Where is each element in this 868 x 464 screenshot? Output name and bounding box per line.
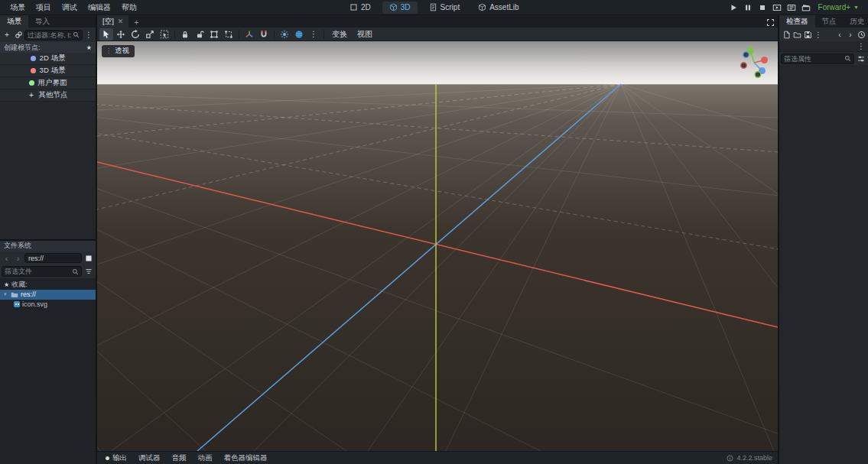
audio-button[interactable]: 音频 — [167, 453, 192, 464]
favorites-row[interactable]: ★ 收藏: — [0, 280, 96, 290]
move-tool-button[interactable] — [114, 28, 128, 41]
snap-toggle[interactable] — [257, 28, 271, 41]
workspace-assetlib-label: AssetLib — [489, 3, 519, 11]
3d-viewport[interactable]: ⋮ 透视 — [97, 41, 778, 451]
edit-history-button[interactable] — [856, 29, 866, 40]
debugger-button[interactable]: 调试器 — [133, 453, 166, 464]
fs-forward-button[interactable]: › — [13, 253, 23, 264]
root-option-label: 其他节点 — [39, 90, 68, 100]
gizmo-x-negative[interactable] — [741, 63, 747, 69]
list-select-tool-button[interactable] — [158, 28, 171, 41]
unlock-button[interactable] — [193, 28, 206, 41]
node3d-icon — [31, 68, 36, 73]
new-scene-tab-button[interactable]: + — [131, 17, 141, 28]
preview-environment-toggle[interactable] — [292, 28, 306, 41]
ungroup-button[interactable] — [222, 28, 236, 41]
distraction-free-button[interactable] — [765, 17, 775, 28]
fs-back-button[interactable]: ‹ — [2, 253, 11, 264]
play-button[interactable] — [727, 2, 740, 14]
chain-link-icon — [15, 31, 23, 39]
history-back-button[interactable]: ‹ — [834, 29, 845, 40]
play-icon — [729, 3, 738, 12]
inspector-filter-input[interactable] — [784, 55, 843, 63]
create-root-user-interface[interactable]: 用户界面 — [0, 77, 96, 89]
shader-editor-button[interactable]: 着色器编辑器 — [219, 453, 273, 464]
root-option-label: 2D 场景 — [40, 54, 66, 63]
menu-project[interactable]: 项目 — [31, 0, 57, 15]
toolbar-separator — [274, 30, 275, 39]
load-resource-button[interactable] — [792, 29, 802, 40]
3d-icon — [389, 3, 398, 11]
version-button[interactable]: 4.2.2.stable — [727, 454, 775, 462]
object-options-button[interactable]: ⋮ — [856, 41, 866, 52]
root-option-label: 用户界面 — [38, 78, 67, 88]
pause-button[interactable] — [741, 2, 755, 14]
select-tool-button[interactable] — [99, 28, 113, 41]
animation-button[interactable]: 动画 — [193, 453, 218, 464]
gizmo-z-negative[interactable] — [743, 52, 749, 58]
scene-tab-empty[interactable]: [空] ✕ — [97, 15, 128, 28]
viewport-camera-menu[interactable]: ⋮ 透视 — [102, 45, 135, 57]
viewport-extra-options-button[interactable]: ⋮ — [307, 28, 320, 41]
godot-editor-window: 场景 项目 调试 编辑器 帮助 2D 3D Script AssetLib — [0, 0, 868, 464]
view-menu[interactable]: 视图 — [353, 28, 377, 41]
instantiate-scene-button[interactable] — [13, 30, 24, 41]
local-space-icon — [245, 30, 254, 39]
scene-filter-input[interactable] — [28, 31, 71, 39]
close-icon[interactable]: ✕ — [118, 18, 124, 25]
play-custom-scene-button[interactable] — [785, 2, 798, 14]
fs-filter-input[interactable] — [5, 268, 70, 275]
scene-dock-menu-button[interactable]: ⋮ — [83, 30, 94, 41]
play-scene-button[interactable] — [770, 2, 784, 14]
menu-debug[interactable]: 调试 — [57, 0, 83, 15]
move-icon — [116, 30, 125, 39]
menu-help[interactable]: 帮助 — [116, 0, 142, 15]
workspace-3d-button[interactable]: 3D — [382, 2, 418, 14]
transform-menu[interactable]: 变换 — [327, 28, 352, 41]
menu-scene[interactable]: 场景 — [5, 0, 31, 15]
history-forward-button[interactable]: › — [845, 29, 856, 40]
tree-row-icon-svg[interactable]: icon.svg — [0, 300, 96, 310]
fs-path-field[interactable]: res:// — [24, 253, 82, 263]
stop-button[interactable] — [756, 2, 769, 14]
workspace-assetlib-button[interactable]: AssetLib — [471, 2, 525, 14]
tab-scene[interactable]: 场景 — [0, 15, 28, 28]
scale-tool-button[interactable] — [143, 28, 157, 41]
filter-options-button[interactable] — [856, 54, 866, 64]
play-custom-scene-icon — [787, 3, 796, 12]
favorites-star-icon[interactable]: ★ — [86, 44, 92, 51]
tree-row-res[interactable]: ▾ res:// — [0, 290, 96, 300]
workspace-script-button[interactable]: Script — [422, 2, 467, 14]
tab-history[interactable]: 历史 — [844, 15, 868, 28]
tab-inspector[interactable]: 检查器 — [779, 15, 815, 28]
run-bar: Forward+ ▼ — [727, 2, 863, 14]
tree-expand-icon[interactable]: ▾ — [4, 291, 8, 297]
tab-node[interactable]: 节点 — [815, 15, 844, 28]
menu-editor[interactable]: 编辑器 — [83, 0, 116, 15]
output-label: 输出 — [112, 453, 127, 463]
resource-options-button[interactable]: ⋮ — [813, 29, 824, 40]
grip-icon: ⋮ — [106, 47, 112, 54]
preview-sun-toggle[interactable] — [278, 28, 291, 41]
rotate-tool-button[interactable] — [128, 28, 142, 41]
create-root-2d-scene[interactable]: 2D 场景 — [0, 53, 96, 65]
gizmo-x-positive[interactable] — [761, 57, 768, 63]
local-space-toggle[interactable] — [242, 28, 256, 41]
new-resource-button[interactable] — [781, 29, 792, 40]
renderer-dropdown[interactable]: Forward+ ▼ — [814, 2, 863, 14]
view-axis-gizmo[interactable] — [736, 45, 772, 80]
fs-sort-button[interactable] — [83, 266, 94, 277]
save-resource-button[interactable] — [802, 29, 813, 40]
output-button[interactable]: 输出 — [100, 453, 132, 464]
gizmo-y-negative[interactable] — [755, 72, 761, 78]
tab-import[interactable]: 导入 — [28, 15, 57, 28]
pause-icon — [743, 3, 753, 12]
lock-button[interactable] — [178, 28, 192, 41]
fs-split-mode-button[interactable] — [83, 253, 94, 264]
workspace-2d-button[interactable]: 2D — [343, 2, 378, 14]
group-button[interactable] — [207, 28, 221, 41]
movie-maker-button[interactable] — [799, 2, 813, 14]
add-node-button[interactable]: + — [2, 30, 12, 41]
create-root-other-node[interactable]: + 其他节点 — [0, 89, 96, 102]
create-root-3d-scene[interactable]: 3D 场景 — [0, 65, 96, 77]
